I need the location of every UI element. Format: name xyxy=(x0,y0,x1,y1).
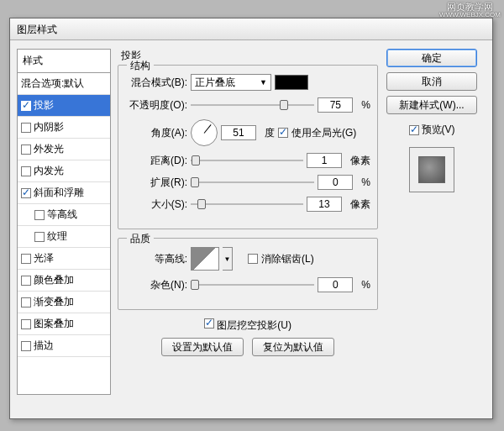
style-checkbox[interactable] xyxy=(34,232,45,242)
style-label: 混合选项:默认 xyxy=(21,76,84,91)
style-label: 外发光 xyxy=(34,142,64,156)
style-row[interactable]: 图案叠加 xyxy=(18,313,110,335)
knockout-label: 图层挖空投影(U) xyxy=(217,319,291,331)
style-label: 图案叠加 xyxy=(34,317,74,331)
noise-label: 杂色(N): xyxy=(125,278,187,292)
global-light-checkbox[interactable] xyxy=(278,128,288,138)
layer-style-dialog: 图层样式 样式 混合选项:默认投影内阴影外发光内发光斜面和浮雕等高线纹理光泽颜色… xyxy=(9,18,493,419)
style-row[interactable]: 内阴影 xyxy=(18,117,110,139)
main-panel: 投影 结构 混合模式(B): 正片叠底 ▼ 不透明度(O): % xyxy=(118,49,378,410)
style-row[interactable]: 斜面和浮雕 xyxy=(18,182,110,204)
style-row[interactable]: 纹理 xyxy=(18,226,110,248)
spread-slider[interactable] xyxy=(191,175,314,190)
angle-label: 角度(A): xyxy=(125,126,187,140)
right-panel: 确定 取消 新建样式(W)... 预览(V) xyxy=(385,49,479,410)
style-label: 纹理 xyxy=(47,229,67,244)
preview-checkbox[interactable] xyxy=(409,125,419,135)
new-style-button[interactable]: 新建样式(W)... xyxy=(386,96,477,114)
style-row[interactable]: 外发光 xyxy=(18,139,110,160)
angle-input[interactable] xyxy=(221,125,256,140)
contour-label: 等高线: xyxy=(125,252,187,266)
style-checkbox[interactable] xyxy=(21,341,31,351)
style-label: 内阴影 xyxy=(34,120,64,134)
dialog-title: 图层样式 xyxy=(17,24,57,35)
set-default-button[interactable]: 设置为默认值 xyxy=(161,338,244,356)
style-label: 内发光 xyxy=(34,164,64,178)
style-checkbox[interactable] xyxy=(21,276,31,286)
style-label: 渐变叠加 xyxy=(34,295,74,309)
style-row[interactable]: 投影 xyxy=(18,95,110,117)
spread-input[interactable] xyxy=(318,175,353,190)
style-label: 斜面和浮雕 xyxy=(34,186,84,200)
style-row[interactable]: 颜色叠加 xyxy=(18,270,110,292)
style-checkbox[interactable] xyxy=(21,166,31,176)
style-checkbox[interactable] xyxy=(21,101,31,111)
style-checkbox[interactable] xyxy=(21,254,31,264)
cancel-button[interactable]: 取消 xyxy=(386,72,477,91)
quality-legend: 品质 xyxy=(127,232,154,246)
style-checkbox[interactable] xyxy=(21,297,31,307)
preview-thumbnail xyxy=(418,156,445,183)
preview-box xyxy=(409,147,454,192)
distance-slider[interactable] xyxy=(191,153,303,168)
blend-mode-select[interactable]: 正片叠底 ▼ xyxy=(191,74,271,91)
style-checkbox[interactable] xyxy=(21,123,31,133)
shadow-color-swatch[interactable] xyxy=(275,75,308,90)
angle-dial[interactable] xyxy=(191,119,218,146)
knockout-checkbox[interactable] xyxy=(204,318,214,329)
style-row[interactable]: 等高线 xyxy=(18,204,110,226)
noise-input[interactable] xyxy=(318,277,353,292)
antialias-checkbox[interactable] xyxy=(248,254,258,264)
section-title: 投影 xyxy=(121,49,378,63)
style-row[interactable]: 描边 xyxy=(18,335,110,357)
style-row[interactable]: 渐变叠加 xyxy=(18,292,110,313)
distance-input[interactable] xyxy=(307,153,342,168)
size-input[interactable] xyxy=(307,197,342,212)
style-checkbox[interactable] xyxy=(34,210,45,220)
opacity-slider[interactable] xyxy=(191,97,314,113)
blend-mode-label: 混合模式(B): xyxy=(125,76,187,90)
structure-legend: 结构 xyxy=(127,59,154,73)
noise-slider[interactable] xyxy=(191,277,314,292)
structure-group: 结构 混合模式(B): 正片叠底 ▼ 不透明度(O): % 角度( xyxy=(118,65,378,229)
style-row[interactable]: 混合选项:默认 xyxy=(18,73,110,95)
styles-panel: 样式 混合选项:默认投影内阴影外发光内发光斜面和浮雕等高线纹理光泽颜色叠加渐变叠… xyxy=(17,49,111,410)
style-label: 等高线 xyxy=(47,208,77,222)
size-label: 大小(S): xyxy=(125,197,187,212)
style-checkbox[interactable] xyxy=(21,188,31,198)
chevron-down-icon: ▼ xyxy=(260,78,267,87)
size-slider[interactable] xyxy=(191,197,303,212)
preview-label: 预览(V) xyxy=(422,123,455,137)
style-checkbox[interactable] xyxy=(21,319,31,329)
ok-button[interactable]: 确定 xyxy=(386,49,477,67)
style-checkbox[interactable] xyxy=(21,145,31,155)
antialias-label: 消除锯齿(L) xyxy=(261,252,314,266)
global-light-label: 使用全局光(G) xyxy=(291,126,356,140)
contour-dropdown[interactable]: ▼ xyxy=(223,247,233,271)
contour-picker[interactable] xyxy=(191,247,219,271)
opacity-input[interactable] xyxy=(318,97,353,113)
quality-group: 品质 等高线: ▼ 消除锯齿(L) 杂色(N): % xyxy=(118,238,378,310)
style-label: 光泽 xyxy=(34,251,54,265)
opacity-label: 不透明度(O): xyxy=(125,98,187,113)
dialog-titlebar[interactable]: 图层样式 xyxy=(10,18,492,40)
reset-default-button[interactable]: 复位为默认值 xyxy=(252,338,334,356)
styles-list: 混合选项:默认投影内阴影外发光内发光斜面和浮雕等高线纹理光泽颜色叠加渐变叠加图案… xyxy=(17,72,111,395)
style-label: 投影 xyxy=(34,98,54,113)
style-row[interactable]: 内发光 xyxy=(18,160,110,182)
style-row[interactable]: 光泽 xyxy=(18,248,110,270)
watermark: 网页教学网 WWW.WEBJX.COM xyxy=(439,2,501,19)
styles-header: 样式 xyxy=(17,49,111,72)
spread-label: 扩展(R): xyxy=(125,176,187,190)
distance-label: 距离(D): xyxy=(125,154,187,168)
style-label: 颜色叠加 xyxy=(34,273,74,287)
style-label: 描边 xyxy=(34,339,54,353)
